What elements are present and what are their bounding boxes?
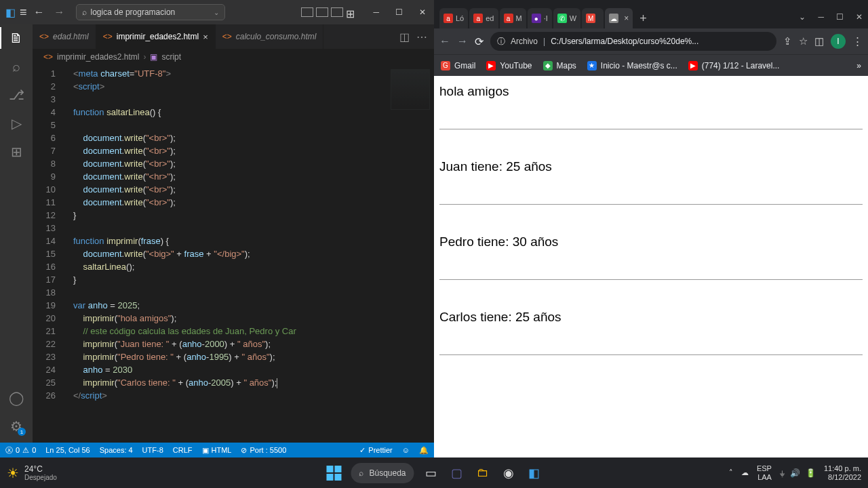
tray-battery-icon[interactable]: 🔋	[806, 468, 816, 478]
minimap[interactable]	[387, 65, 434, 443]
layout-icon-1[interactable]	[301, 7, 313, 17]
command-search[interactable]: ⌕ logica de programacion ⌄	[76, 4, 225, 20]
search-icon[interactable]: ⌕	[8, 58, 24, 75]
hamburger-menu-icon[interactable]: ≡	[20, 5, 27, 20]
tray-language[interactable]: ESPLAA	[757, 464, 772, 482]
editor-tab[interactable]: <>imprimir_edades2.html×	[96, 24, 216, 49]
search-icon: ⌕	[82, 7, 87, 17]
chrome-menu-icon[interactable]: ⋮	[852, 35, 863, 47]
back-button[interactable]: ←	[439, 35, 450, 47]
taskbar-weather[interactable]: ☀ 24°C Despejado	[0, 464, 57, 481]
source-control-icon[interactable]: ⎇	[8, 87, 24, 103]
status-spaces[interactable]: Spaces: 4	[100, 446, 133, 454]
layout-icon-3[interactable]	[331, 7, 343, 17]
extensions-icon[interactable]: ⊞	[8, 144, 24, 160]
explorer-icon[interactable]: 🗎	[8, 30, 24, 46]
run-debug-icon[interactable]: ▷	[8, 115, 24, 131]
chrome-dropdown-icon[interactable]: ⌄	[799, 12, 806, 22]
bookmark-item[interactable]: ▶(774) 1/12 - Laravel...	[688, 61, 780, 70]
status-encoding[interactable]: UTF-8	[142, 446, 163, 454]
status-position[interactable]: Ln 25, Col 56	[45, 446, 90, 454]
breadcrumb[interactable]: <> imprimir_edades2.html › ▣ script	[33, 49, 434, 65]
bookmark-favicon-icon: ▶	[688, 61, 698, 70]
tray-wifi-icon[interactable]: ⏚	[780, 468, 785, 478]
close-tab-icon[interactable]: ×	[624, 14, 629, 23]
browser-tab[interactable]: aLó	[439, 8, 468, 28]
taskbar-search[interactable]: ⌕Búsqueda	[351, 463, 414, 483]
taskbar-clock[interactable]: 11:40 p. m. 8/12/2022	[824, 464, 861, 482]
tray-onedrive-icon[interactable]: ☁	[741, 468, 749, 477]
tab-label: ed	[486, 14, 494, 22]
status-errors[interactable]: ⓧ 0 ⚠ 0	[5, 445, 36, 455]
taskbar-center: ⌕Búsqueda ▭ ▢ 🗀 ◉ ◧	[325, 463, 542, 483]
bookmark-favicon-icon: G	[441, 61, 450, 70]
chrome-maximize-button[interactable]: ☐	[836, 12, 844, 22]
settings-badge: 1	[18, 428, 26, 436]
tab-label: calculo_consumo.html	[236, 32, 317, 41]
maximize-button[interactable]: ☐	[393, 7, 406, 17]
reload-button[interactable]: ⟳	[475, 35, 484, 48]
code-editor[interactable]: 1234567891011121314151617181920212223242…	[33, 65, 434, 443]
bookmark-favicon-icon: ★	[587, 61, 597, 70]
account-icon[interactable]: ◯	[8, 390, 24, 406]
start-button[interactable]	[325, 464, 342, 482]
status-language[interactable]: ▣ HTML	[202, 446, 232, 455]
share-icon[interactable]: ⇪	[783, 35, 792, 47]
status-liveserver[interactable]: ⊘ Port : 5500	[241, 446, 286, 455]
bookmark-item[interactable]: GGmail	[441, 61, 475, 70]
windows-taskbar: ☀ 24°C Despejado ⌕Búsqueda ▭ ▢ 🗀 ◉ ◧ ˄ ☁…	[0, 458, 868, 488]
chevron-right-icon: ›	[143, 52, 146, 62]
code-content[interactable]: <meta charset="UTF-8"><script>function s…	[68, 65, 387, 443]
forward-button[interactable]: →	[457, 35, 468, 47]
nav-forward-button[interactable]: →	[52, 5, 68, 20]
browser-tab[interactable]: ●·I	[528, 8, 552, 28]
browser-tab[interactable]: aed	[469, 8, 498, 28]
address-bar[interactable]: ⓘ Archivo | C:/Users/larma/Desktop/curso…	[490, 32, 776, 51]
address-path: C:/Users/larma/Desktop/curso%20de%...	[551, 37, 698, 46]
bookmark-item[interactable]: ◆Maps	[543, 61, 576, 70]
browser-tab[interactable]: M	[582, 8, 604, 28]
layout-icon-4[interactable]: ⊞	[346, 7, 358, 17]
weather-icon: ☀	[7, 465, 19, 481]
browser-tab[interactable]: ✆W	[553, 8, 580, 28]
bookmark-item[interactable]: ▶YouTube	[486, 61, 532, 70]
status-bell-icon[interactable]: 🔔	[419, 446, 429, 455]
bookmark-star-icon[interactable]: ☆	[799, 35, 808, 47]
chrome-tabstrip: aLóaedaM●·I✆WM☁× + ⌄ ─ ☐ ✕	[434, 0, 868, 28]
bookmark-item[interactable]: ★Inicio - Maestr@s c...	[587, 61, 677, 70]
chrome-minimize-button[interactable]: ─	[818, 12, 824, 22]
close-tab-icon[interactable]: ×	[203, 32, 208, 42]
editor-tab[interactable]: <>calculo_consumo.html	[216, 24, 324, 49]
split-editor-icon[interactable]: ◫	[399, 30, 410, 43]
editor-tab[interactable]: <>edad.html	[33, 24, 96, 49]
minimize-button[interactable]: ─	[370, 7, 382, 17]
taskbar-app-chrome[interactable]: ◉	[500, 464, 517, 482]
status-prettier[interactable]: ✓ Prettier	[359, 446, 392, 455]
tray-volume-icon[interactable]: 🔊	[790, 468, 800, 478]
status-bar: ⓧ 0 ⚠ 0 Ln 25, Col 56 Spaces: 4 UTF-8 CR…	[0, 443, 434, 458]
taskbar-app-chat[interactable]: ▢	[448, 464, 466, 482]
sidepanel-icon[interactable]: ◫	[814, 35, 824, 47]
more-actions-icon[interactable]: ⋯	[416, 30, 427, 43]
layout-icon-2[interactable]	[316, 7, 328, 17]
bookmarks-overflow-icon[interactable]: »	[856, 61, 861, 70]
vscode-window: ◧ ≡ ← → ⌕ logica de programacion ⌄ ⊞ ─ ☐…	[0, 0, 434, 458]
new-tab-button[interactable]: +	[634, 12, 652, 28]
status-feedback-icon[interactable]: ☺	[402, 446, 410, 455]
taskbar-app-vscode[interactable]: ◧	[526, 464, 543, 482]
search-icon: ⌕	[359, 468, 363, 478]
browser-tab[interactable]: aM	[500, 8, 526, 28]
close-button[interactable]: ✕	[416, 7, 429, 17]
task-view-icon[interactable]: ▭	[422, 464, 440, 482]
taskbar-app-explorer[interactable]: 🗀	[474, 464, 492, 482]
browser-tab[interactable]: ☁×	[605, 8, 633, 28]
nav-back-button[interactable]: ←	[31, 5, 47, 20]
bookmark-label: Maps	[557, 61, 576, 70]
chrome-close-button[interactable]: ✕	[856, 12, 863, 22]
tray-overflow-icon[interactable]: ˄	[729, 468, 733, 477]
status-eol[interactable]: CRLF	[173, 446, 193, 454]
settings-gear-icon[interactable]: ⚙1	[8, 418, 24, 434]
site-info-icon[interactable]: ⓘ	[497, 36, 505, 47]
profile-avatar[interactable]: I	[831, 34, 846, 49]
favicon-icon: M	[586, 14, 595, 23]
